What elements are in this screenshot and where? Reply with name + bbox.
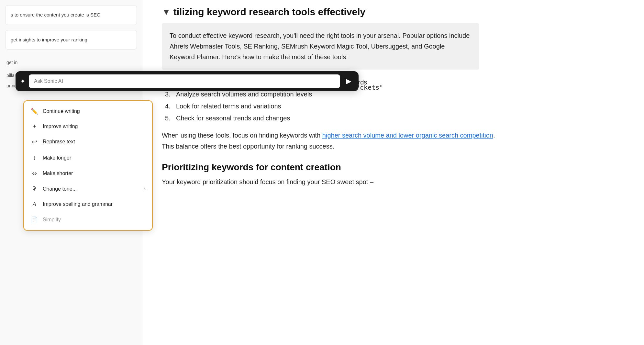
make-longer-icon: ↕ <box>30 154 38 161</box>
list-item: 5. Check for seasonal trends and changes <box>162 115 625 122</box>
simplify-icon: 📄 <box>30 216 38 223</box>
article-header: ▼ tilizing keyword research tools effect… <box>162 6 625 17</box>
article-paragraph-1: When using these tools, focus on finding… <box>162 130 498 152</box>
article-section-2-intro: Your keyword prioritization should focus… <box>162 176 498 187</box>
sparkle-icon: ✦ <box>20 77 26 85</box>
article-title: tilizing keyword research tools effectiv… <box>173 6 366 17</box>
sparkle-small-icon: ✦ <box>30 123 38 129</box>
microphone-icon: 🎙 <box>30 185 38 192</box>
spelling-icon: A <box>30 201 38 208</box>
title-down-arrow-icon: ▼ <box>162 7 171 17</box>
menu-label-change-tone: Change tone... <box>43 186 139 192</box>
left-card-1: s to ensure the content you create is SE… <box>5 5 137 25</box>
left-card-2: get insights to improve your ranking <box>5 30 137 50</box>
ai-dropdown-menu: ✏️ Continue writing ✦ Improve writing ↩ … <box>23 100 153 231</box>
list-item: 3. Analyze search volumes and competitio… <box>162 91 625 98</box>
left-lower-1: get in <box>0 55 142 70</box>
menu-item-continue-writing[interactable]: ✏️ Continue writing <box>24 104 152 119</box>
ai-send-button[interactable]: ▶ <box>343 76 354 87</box>
menu-item-improve-spelling[interactable]: A Improve spelling and grammar <box>24 196 152 212</box>
pencil-icon: ✏️ <box>30 108 38 115</box>
menu-item-improve-writing[interactable]: ✦ Improve writing <box>24 119 152 134</box>
quote-snippet: "ckets" <box>356 83 383 91</box>
menu-label-make-shorter: Make shorter <box>43 171 146 176</box>
menu-item-simplify[interactable]: 📄 Simplify <box>24 212 152 228</box>
make-shorter-icon: ⇔ <box>30 170 38 177</box>
menu-label-improve-spelling: Improve spelling and grammar <box>43 201 146 207</box>
menu-label-improve-writing: Improve writing <box>43 124 146 129</box>
menu-label-simplify: Simplify <box>43 217 146 223</box>
article-section-2-title: Prioritizing keywords for content creati… <box>162 162 625 172</box>
menu-label-rephrase-text: Rephrase text <box>43 139 146 145</box>
article-link[interactable]: higher search volume and lower organic s… <box>322 132 493 139</box>
ai-input-bar: ✦ ▶ <box>16 71 359 91</box>
left-card-1-text: s to ensure the content you create is SE… <box>11 12 101 17</box>
left-card-2-text: get insights to improve your ranking <box>11 37 87 42</box>
article-intro: To conduct effective keyword research, y… <box>162 23 479 70</box>
menu-item-make-shorter[interactable]: ⇔ Make shorter <box>24 166 152 181</box>
menu-label-make-longer: Make longer <box>43 155 146 161</box>
right-panel: ▼ tilizing keyword research tools effect… <box>142 0 644 345</box>
rephrase-icon: ↩ <box>30 138 38 146</box>
menu-label-continue-writing: Continue writing <box>43 108 146 114</box>
menu-item-make-longer[interactable]: ↕ Make longer <box>24 150 152 166</box>
chevron-right-icon: › <box>144 186 146 192</box>
ai-search-input[interactable] <box>29 74 340 88</box>
menu-item-change-tone[interactable]: 🎙 Change tone... › <box>24 181 152 196</box>
list-item: 4. Look for related terms and variations <box>162 103 625 110</box>
menu-item-rephrase-text[interactable]: ↩ Rephrase text <box>24 134 152 150</box>
